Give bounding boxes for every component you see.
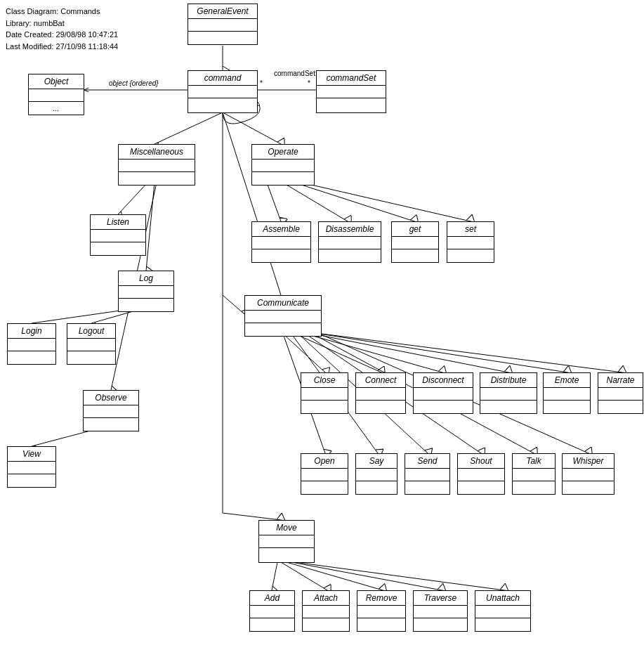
class-get-name: get [392, 222, 438, 237]
class-open: Open [301, 453, 348, 495]
class-logout-name: Logout [67, 324, 115, 339]
class-talk: Talk [512, 453, 556, 495]
class-communicate: Communicate [244, 295, 322, 337]
diagram-last-modified: Last Modified: 27/10/98 11:18:44 [6, 41, 118, 53]
class-connect-name: Connect [356, 373, 405, 388]
class-log: Log [118, 271, 174, 312]
class-connect: Connect [355, 372, 406, 414]
class-disassemble: Disassemble [318, 221, 381, 263]
svg-line-27 [305, 334, 442, 372]
class-disconnect: Disconnect [413, 372, 473, 414]
class-close-name: Close [301, 373, 348, 388]
class-distribute-name: Distribute [480, 373, 537, 388]
class-object: Object ... [28, 74, 84, 115]
class-get: get [391, 221, 439, 263]
svg-line-28 [313, 334, 508, 372]
class-unattach: Unattach [475, 590, 531, 632]
class-communicate-name: Communicate [245, 296, 321, 311]
svg-line-39 [281, 562, 327, 590]
class-disconnect-name: Disconnect [414, 373, 473, 388]
diagram-info: Class Diagram: Commands Library: numbBat… [6, 6, 118, 52]
class-whisper: Whisper [562, 453, 615, 495]
class-commandset: commandSet [316, 70, 386, 113]
svg-line-25 [283, 334, 325, 372]
svg-line-23 [302, 183, 471, 221]
class-remove-name: Remove [357, 591, 405, 606]
diagram-date-created: Date Created: 29/08/98 10:47:21 [6, 29, 118, 41]
diagram-title: Class Diagram: Commands [6, 6, 118, 18]
svg-line-16 [32, 309, 130, 323]
class-traverse: Traverse [413, 590, 468, 632]
svg-text:*: * [308, 79, 310, 87]
svg-line-10 [155, 112, 223, 144]
svg-text:*: * [260, 79, 263, 87]
class-commandset-name: commandSet [317, 71, 386, 86]
class-miscellaneous-name: Miscellaneous [119, 145, 195, 160]
class-attach-name: Attach [303, 591, 349, 606]
class-listen: Listen [90, 214, 146, 256]
class-send: Send [405, 453, 450, 495]
class-say: Say [355, 453, 397, 495]
svg-line-24 [223, 295, 244, 314]
svg-line-42 [295, 562, 504, 590]
diagram-library: Library: numbBat [6, 18, 118, 30]
class-login: Login [7, 323, 56, 365]
svg-line-21 [283, 183, 348, 221]
class-assemble-name: Assemble [252, 222, 310, 237]
class-talk-name: Talk [513, 454, 555, 469]
class-generalevent-name: GeneralEvent [188, 4, 257, 19]
svg-text:commandSet: commandSet [274, 70, 315, 77]
class-distribute: Distribute [480, 372, 537, 414]
class-view-name: View [8, 447, 55, 462]
class-narrate-name: Narrate [598, 373, 643, 388]
svg-line-15 [146, 183, 155, 271]
class-command: command [188, 70, 258, 113]
svg-line-29 [320, 334, 567, 372]
class-narrate: Narrate [598, 372, 643, 414]
class-shout-name: Shout [458, 454, 504, 469]
class-operate-name: Operate [252, 145, 314, 160]
class-log-name: Log [119, 271, 173, 286]
class-observe: Observe [83, 390, 139, 431]
class-login-name: Login [8, 324, 55, 339]
svg-line-41 [291, 562, 442, 590]
class-emote: Emote [543, 372, 591, 414]
svg-line-37 [223, 513, 281, 520]
class-logout: Logout [67, 323, 116, 365]
svg-line-30 [322, 334, 622, 372]
class-traverse-name: Traverse [414, 591, 467, 606]
svg-line-38 [272, 562, 277, 590]
class-object-name: Object [29, 74, 84, 89]
svg-line-14 [118, 183, 147, 214]
class-generalevent: GeneralEvent [188, 4, 258, 45]
class-emote-name: Emote [544, 373, 590, 388]
class-shout: Shout [457, 453, 505, 495]
class-send-name: Send [405, 454, 449, 469]
class-miscellaneous: Miscellaneous [118, 144, 195, 186]
class-operate: Operate [251, 144, 315, 186]
class-set: set [447, 221, 494, 263]
class-view: View [7, 446, 56, 488]
svg-line-26 [295, 334, 381, 372]
class-open-name: Open [301, 454, 348, 469]
class-close: Close [301, 372, 348, 414]
svg-text:object {ordered}: object {ordered} [109, 79, 159, 87]
class-observe-name: Observe [84, 391, 138, 405]
class-listen-name: Listen [91, 215, 145, 230]
class-disassemble-name: Disassemble [319, 222, 381, 237]
class-add-name: Add [250, 591, 294, 606]
class-set-name: set [447, 222, 494, 237]
class-whisper-name: Whisper [563, 454, 614, 469]
class-add: Add [249, 590, 295, 632]
svg-line-11 [223, 112, 281, 144]
class-say-name: Say [356, 454, 397, 469]
svg-line-20 [267, 183, 281, 221]
class-unattach-name: Unattach [475, 591, 530, 606]
class-move-name: Move [259, 521, 314, 535]
svg-line-40 [287, 562, 383, 590]
class-attach: Attach [302, 590, 350, 632]
svg-line-22 [295, 183, 414, 221]
class-command-name: command [188, 71, 257, 86]
class-assemble: Assemble [251, 221, 311, 263]
svg-line-12 [223, 112, 281, 295]
